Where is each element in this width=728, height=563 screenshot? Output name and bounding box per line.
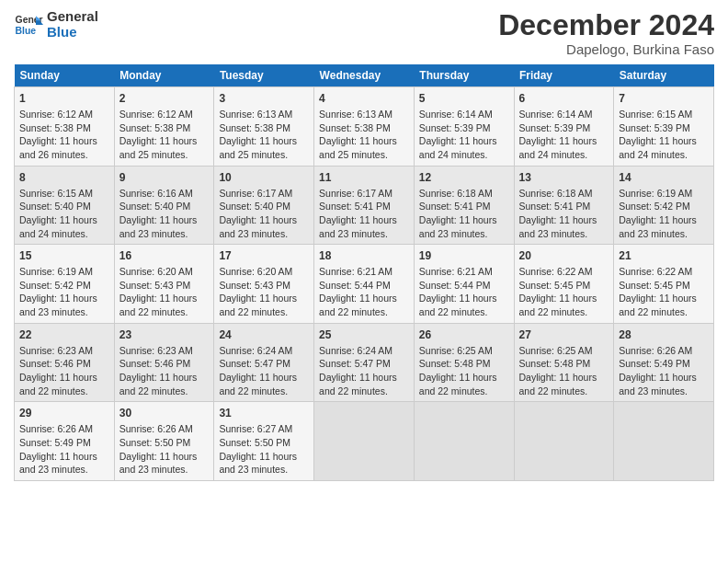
cell-info: and 23 minutes. [119,463,210,477]
cell-info: Daylight: 11 hours [319,292,409,305]
calendar-cell: 20Sunrise: 6:22 AMSunset: 5:45 PMDayligh… [514,245,614,324]
cell-info: and 23 minutes. [619,227,709,241]
cell-info: Daylight: 11 hours [219,134,309,148]
cell-info: and 22 minutes. [519,305,609,319]
cell-info: and 23 minutes. [219,463,309,477]
cell-info: and 23 minutes. [19,463,109,477]
calendar-cell: 22Sunrise: 6:23 AMSunset: 5:46 PMDayligh… [15,323,115,402]
cell-info: Daylight: 11 hours [619,213,709,227]
day-number: 13 [519,170,609,186]
cell-info: Sunrise: 6:13 AM [219,108,309,121]
calendar-cell: 24Sunrise: 6:24 AMSunset: 5:47 PMDayligh… [214,323,314,402]
calendar-cell: 18Sunrise: 6:21 AMSunset: 5:44 PMDayligh… [314,245,415,324]
cell-info: Sunrise: 6:26 AM [619,344,709,358]
cell-info: Sunset: 5:50 PM [119,436,210,450]
cell-info: Sunrise: 6:27 AM [219,422,309,436]
calendar-cell: 10Sunrise: 6:17 AMSunset: 5:40 PMDayligh… [214,166,314,245]
cell-info: Sunrise: 6:26 AM [19,422,109,436]
cell-info: Sunset: 5:45 PM [519,279,609,293]
calendar-cell: 14Sunrise: 6:19 AMSunset: 5:42 PMDayligh… [614,166,714,245]
day-number: 28 [619,327,709,343]
day-number: 17 [219,248,309,264]
cell-info: Daylight: 11 hours [519,213,609,227]
day-number: 19 [419,248,509,264]
week-row-5: 29Sunrise: 6:26 AMSunset: 5:49 PMDayligh… [15,402,714,481]
cell-info: and 24 minutes. [619,148,709,162]
cell-info: Daylight: 11 hours [519,134,609,148]
cell-info: Daylight: 11 hours [319,134,409,148]
week-row-3: 15Sunrise: 6:19 AMSunset: 5:42 PMDayligh… [15,245,714,324]
day-number: 3 [219,91,309,107]
cell-info: Sunset: 5:46 PM [119,357,210,371]
header-row: SundayMondayTuesdayWednesdayThursdayFrid… [15,64,714,87]
cell-info: Sunset: 5:38 PM [19,121,109,135]
cell-info: Sunrise: 6:24 AM [219,344,309,358]
cell-info: Daylight: 11 hours [619,134,709,148]
day-number: 21 [619,248,709,264]
day-number: 24 [219,327,309,343]
cell-info: and 22 minutes. [219,305,309,319]
day-number: 8 [19,170,109,186]
cell-info: Sunset: 5:44 PM [419,279,509,293]
col-header-monday: Monday [114,64,214,87]
col-header-sunday: Sunday [15,64,115,87]
cell-info: and 25 minutes. [119,148,210,162]
day-number: 25 [319,327,409,343]
week-row-2: 8Sunrise: 6:15 AMSunset: 5:40 PMDaylight… [15,166,714,245]
cell-info: and 24 minutes. [19,227,109,241]
cell-info: and 26 minutes. [19,148,109,162]
cell-info: Sunset: 5:47 PM [219,357,309,371]
day-number: 9 [119,170,210,186]
col-header-wednesday: Wednesday [314,64,415,87]
calendar-cell: 4Sunrise: 6:13 AMSunset: 5:38 PMDaylight… [314,87,415,167]
cell-info: Sunset: 5:42 PM [619,200,709,213]
day-number: 26 [419,327,509,343]
cell-info: Daylight: 11 hours [619,371,709,385]
cell-info: and 23 minutes. [519,227,609,241]
cell-info: Sunset: 5:38 PM [219,121,309,135]
logo-blue: Blue [47,25,98,40]
cell-info: Daylight: 11 hours [519,371,609,385]
cell-info: Sunset: 5:39 PM [419,121,509,135]
cell-info: Sunrise: 6:14 AM [419,108,509,121]
cell-info: Sunset: 5:41 PM [319,200,409,213]
cell-info: Sunset: 5:42 PM [19,279,109,293]
calendar-cell: 5Sunrise: 6:14 AMSunset: 5:39 PMDaylight… [414,87,514,167]
day-number: 7 [619,91,709,107]
title-block: December 2024 Dapelogo, Burkina Faso [498,9,714,57]
cell-info: Sunrise: 6:19 AM [19,265,109,279]
cell-info: Daylight: 11 hours [219,450,309,464]
calendar-cell: 1Sunrise: 6:12 AMSunset: 5:38 PMDaylight… [15,87,115,167]
day-number: 15 [19,248,109,264]
day-number: 2 [119,91,210,107]
cell-info: Daylight: 11 hours [219,371,309,385]
day-number: 31 [219,406,309,421]
day-number: 12 [419,170,509,186]
week-row-4: 22Sunrise: 6:23 AMSunset: 5:46 PMDayligh… [15,323,714,402]
calendar-cell: 27Sunrise: 6:25 AMSunset: 5:48 PMDayligh… [514,323,614,402]
cell-info: Sunrise: 6:20 AM [119,265,210,279]
cell-info: Sunset: 5:38 PM [319,121,409,135]
location: Dapelogo, Burkina Faso [498,41,714,57]
cell-info: Daylight: 11 hours [119,450,210,464]
cell-info: Sunrise: 6:13 AM [319,108,409,121]
cell-info: Daylight: 11 hours [119,371,210,385]
calendar-cell [614,402,714,481]
cell-info: and 25 minutes. [219,148,309,162]
calendar-cell: 29Sunrise: 6:26 AMSunset: 5:49 PMDayligh… [15,402,115,481]
cell-info: Sunset: 5:39 PM [619,121,709,135]
cell-info: Sunrise: 6:17 AM [219,187,309,201]
cell-info: and 22 minutes. [419,305,509,319]
cell-info: and 24 minutes. [419,148,509,162]
calendar-cell: 8Sunrise: 6:15 AMSunset: 5:40 PMDaylight… [15,166,115,245]
header: General Blue General Blue December 2024 … [14,9,714,57]
calendar-cell: 12Sunrise: 6:18 AMSunset: 5:41 PMDayligh… [414,166,514,245]
calendar-cell: 17Sunrise: 6:20 AMSunset: 5:43 PMDayligh… [214,245,314,324]
cell-info: Sunset: 5:39 PM [519,121,609,135]
day-number: 30 [119,406,210,421]
cell-info: Sunset: 5:41 PM [419,200,509,213]
cell-info: Daylight: 11 hours [219,292,309,305]
calendar-cell: 11Sunrise: 6:17 AMSunset: 5:41 PMDayligh… [314,166,415,245]
calendar-cell: 25Sunrise: 6:24 AMSunset: 5:47 PMDayligh… [314,323,415,402]
cell-info: and 22 minutes. [119,385,210,398]
